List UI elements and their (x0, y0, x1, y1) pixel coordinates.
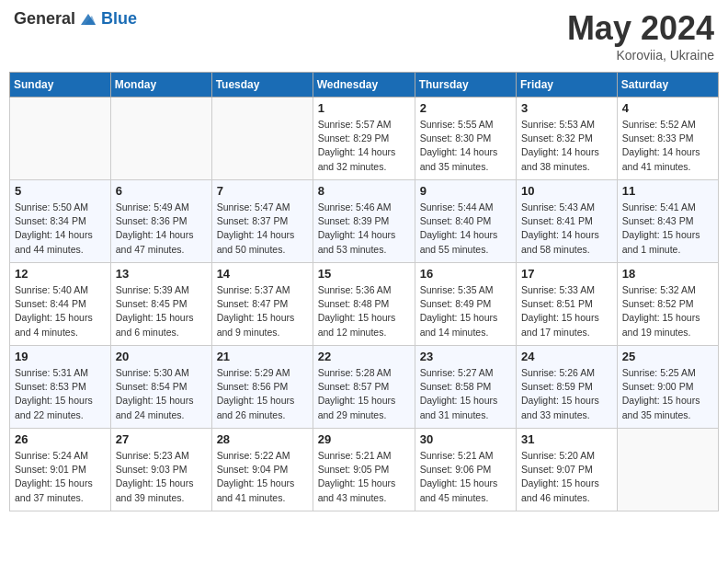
day-info: Sunrise: 5:24 AMSunset: 9:01 PMDaylight:… (15, 449, 106, 505)
day-number: 17 (521, 267, 612, 281)
calendar-cell: 13Sunrise: 5:39 AMSunset: 8:45 PMDayligh… (110, 263, 211, 346)
day-number: 14 (217, 267, 308, 281)
calendar-cell (10, 98, 111, 180)
calendar-cell: 12Sunrise: 5:40 AMSunset: 8:44 PMDayligh… (10, 263, 111, 346)
calendar-cell: 18Sunrise: 5:32 AMSunset: 8:52 PMDayligh… (617, 263, 718, 346)
logo: General Blue (14, 9, 137, 29)
day-info: Sunrise: 5:55 AMSunset: 8:30 PMDaylight:… (420, 118, 511, 174)
day-info: Sunrise: 5:43 AMSunset: 8:41 PMDaylight:… (521, 201, 612, 257)
calendar-cell: 29Sunrise: 5:21 AMSunset: 9:05 PMDayligh… (313, 429, 415, 511)
logo-icon (79, 10, 97, 29)
week-row-0: 1Sunrise: 5:57 AMSunset: 8:29 PMDaylight… (10, 98, 719, 180)
day-info: Sunrise: 5:44 AMSunset: 8:40 PMDaylight:… (420, 201, 511, 257)
calendar-cell: 30Sunrise: 5:21 AMSunset: 9:06 PMDayligh… (415, 429, 516, 511)
day-number: 21 (217, 350, 308, 363)
day-number: 25 (622, 350, 713, 363)
day-number: 16 (420, 267, 511, 281)
day-number: 28 (217, 432, 308, 446)
calendar-cell: 16Sunrise: 5:35 AMSunset: 8:49 PMDayligh… (415, 263, 516, 346)
calendar-cell: 14Sunrise: 5:37 AMSunset: 8:47 PMDayligh… (211, 263, 313, 346)
weekday-monday: Monday (110, 73, 211, 98)
day-number: 27 (116, 432, 207, 446)
day-info: Sunrise: 5:25 AMSunset: 9:00 PMDaylight:… (622, 366, 713, 422)
title-block: May 2024 Koroviia, Ukraine (567, 9, 714, 63)
calendar-table: SundayMondayTuesdayWednesdayThursdayFrid… (9, 72, 719, 511)
calendar-cell: 19Sunrise: 5:31 AMSunset: 8:53 PMDayligh… (10, 346, 111, 429)
day-info: Sunrise: 5:46 AMSunset: 8:39 PMDaylight:… (318, 201, 410, 257)
calendar-location: Koroviia, Ukraine (567, 48, 714, 63)
weekday-friday: Friday (517, 73, 618, 98)
calendar-cell: 28Sunrise: 5:22 AMSunset: 9:04 PMDayligh… (211, 429, 313, 511)
weekday-tuesday: Tuesday (211, 73, 313, 98)
calendar-cell (617, 429, 718, 511)
calendar-cell: 5Sunrise: 5:50 AMSunset: 8:34 PMDaylight… (10, 180, 111, 263)
day-info: Sunrise: 5:21 AMSunset: 9:06 PMDaylight:… (420, 449, 511, 505)
calendar-cell: 8Sunrise: 5:46 AMSunset: 8:39 PMDaylight… (313, 180, 415, 263)
calendar-cell: 17Sunrise: 5:33 AMSunset: 8:51 PMDayligh… (517, 263, 618, 346)
weekday-wednesday: Wednesday (313, 73, 415, 98)
day-info: Sunrise: 5:40 AMSunset: 8:44 PMDaylight:… (15, 283, 106, 339)
day-number: 1 (318, 101, 410, 115)
calendar-cell (211, 98, 313, 180)
week-row-1: 5Sunrise: 5:50 AMSunset: 8:34 PMDaylight… (10, 180, 719, 263)
day-number: 6 (116, 184, 207, 198)
calendar-cell: 22Sunrise: 5:28 AMSunset: 8:57 PMDayligh… (313, 346, 415, 429)
calendar-cell: 10Sunrise: 5:43 AMSunset: 8:41 PMDayligh… (517, 180, 618, 263)
day-info: Sunrise: 5:30 AMSunset: 8:54 PMDaylight:… (116, 366, 207, 422)
day-info: Sunrise: 5:53 AMSunset: 8:32 PMDaylight:… (521, 118, 612, 174)
day-number: 5 (15, 184, 106, 198)
day-number: 8 (318, 184, 410, 198)
day-number: 31 (521, 432, 612, 446)
day-number: 22 (318, 350, 410, 363)
calendar-title: May 2024 (567, 9, 714, 48)
calendar-cell: 4Sunrise: 5:52 AMSunset: 8:33 PMDaylight… (617, 98, 718, 180)
week-row-4: 26Sunrise: 5:24 AMSunset: 9:01 PMDayligh… (10, 429, 719, 511)
calendar-cell: 7Sunrise: 5:47 AMSunset: 8:37 PMDaylight… (211, 180, 313, 263)
day-number: 7 (217, 184, 308, 198)
calendar-cell: 23Sunrise: 5:27 AMSunset: 8:58 PMDayligh… (415, 346, 516, 429)
day-info: Sunrise: 5:32 AMSunset: 8:52 PMDaylight:… (622, 283, 713, 339)
day-number: 13 (116, 267, 207, 281)
calendar-cell: 15Sunrise: 5:36 AMSunset: 8:48 PMDayligh… (313, 263, 415, 346)
week-row-2: 12Sunrise: 5:40 AMSunset: 8:44 PMDayligh… (10, 263, 719, 346)
day-info: Sunrise: 5:21 AMSunset: 9:05 PMDaylight:… (318, 449, 410, 505)
day-info: Sunrise: 5:47 AMSunset: 8:37 PMDaylight:… (217, 201, 308, 257)
calendar-cell: 9Sunrise: 5:44 AMSunset: 8:40 PMDaylight… (415, 180, 516, 263)
calendar-cell (110, 98, 211, 180)
calendar-cell: 31Sunrise: 5:20 AMSunset: 9:07 PMDayligh… (517, 429, 618, 511)
calendar-cell: 25Sunrise: 5:25 AMSunset: 9:00 PMDayligh… (617, 346, 718, 429)
day-number: 20 (116, 350, 207, 363)
weekday-thursday: Thursday (415, 73, 516, 98)
day-info: Sunrise: 5:31 AMSunset: 8:53 PMDaylight:… (15, 366, 106, 422)
day-info: Sunrise: 5:41 AMSunset: 8:43 PMDaylight:… (622, 201, 713, 257)
day-info: Sunrise: 5:50 AMSunset: 8:34 PMDaylight:… (15, 201, 106, 257)
calendar-cell: 20Sunrise: 5:30 AMSunset: 8:54 PMDayligh… (110, 346, 211, 429)
weekday-header-row: SundayMondayTuesdayWednesdayThursdayFrid… (10, 73, 719, 98)
day-number: 4 (622, 101, 713, 115)
calendar-cell: 11Sunrise: 5:41 AMSunset: 8:43 PMDayligh… (617, 180, 718, 263)
day-number: 26 (15, 432, 106, 446)
logo-general: General (14, 9, 75, 29)
weekday-sunday: Sunday (10, 73, 111, 98)
day-number: 18 (622, 267, 713, 281)
day-info: Sunrise: 5:35 AMSunset: 8:49 PMDaylight:… (420, 283, 511, 339)
calendar-cell: 21Sunrise: 5:29 AMSunset: 8:56 PMDayligh… (211, 346, 313, 429)
day-number: 12 (15, 267, 106, 281)
calendar-cell: 2Sunrise: 5:55 AMSunset: 8:30 PMDaylight… (415, 98, 516, 180)
day-info: Sunrise: 5:39 AMSunset: 8:45 PMDaylight:… (116, 283, 207, 339)
day-info: Sunrise: 5:36 AMSunset: 8:48 PMDaylight:… (318, 283, 410, 339)
calendar-cell: 24Sunrise: 5:26 AMSunset: 8:59 PMDayligh… (517, 346, 618, 429)
day-number: 30 (420, 432, 511, 446)
day-number: 10 (521, 184, 612, 198)
day-number: 19 (15, 350, 106, 363)
day-number: 15 (318, 267, 410, 281)
logo-blue: Blue (101, 9, 137, 29)
day-info: Sunrise: 5:57 AMSunset: 8:29 PMDaylight:… (318, 118, 410, 174)
calendar-cell: 1Sunrise: 5:57 AMSunset: 8:29 PMDaylight… (313, 98, 415, 180)
day-number: 24 (521, 350, 612, 363)
calendar-cell: 6Sunrise: 5:49 AMSunset: 8:36 PMDaylight… (110, 180, 211, 263)
weekday-saturday: Saturday (617, 73, 718, 98)
calendar-cell: 27Sunrise: 5:23 AMSunset: 9:03 PMDayligh… (110, 429, 211, 511)
day-info: Sunrise: 5:23 AMSunset: 9:03 PMDaylight:… (116, 449, 207, 505)
day-info: Sunrise: 5:26 AMSunset: 8:59 PMDaylight:… (521, 366, 612, 422)
